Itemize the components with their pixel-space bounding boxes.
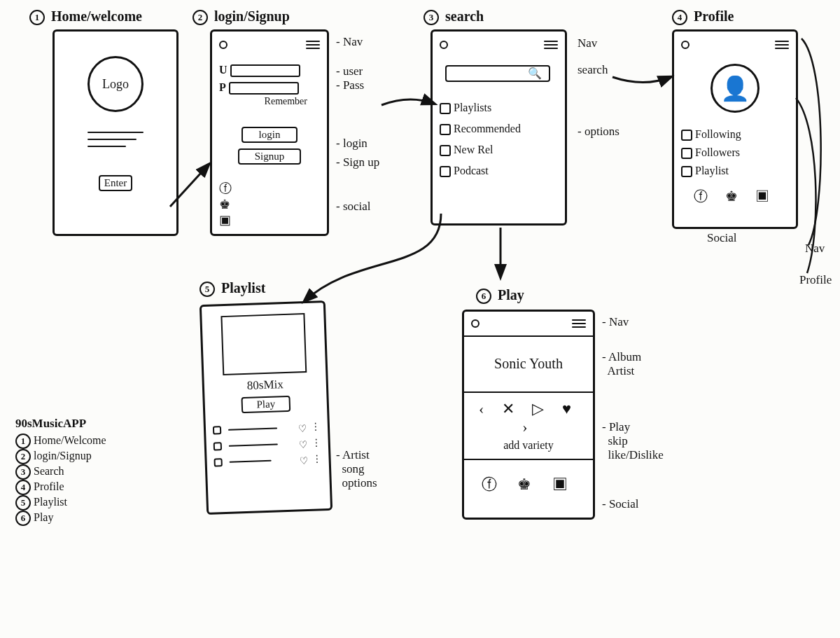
- signup-button[interactable]: Signup: [238, 148, 301, 165]
- ann-login: - login: [336, 137, 368, 151]
- ann-controls: - Play skip like/Dislike: [602, 420, 664, 462]
- profile-option[interactable]: Followers: [681, 144, 789, 162]
- heart-icon[interactable]: [299, 438, 307, 447]
- enter-button[interactable]: Enter: [99, 175, 132, 191]
- search-screen: 🔍 Playlists Recommended New Rel Podcast: [430, 29, 567, 226]
- legend-box: 90sMusicAPP 1Home/Welcome 2login/Signup …: [15, 417, 155, 526]
- login-button[interactable]: login: [241, 127, 298, 143]
- password-input[interactable]: [229, 82, 299, 95]
- ann-user: - user: [336, 64, 363, 78]
- legend-item: 4Profile: [15, 480, 155, 495]
- ann-social: - social: [336, 200, 371, 214]
- home-header: 1 Home/welcome: [29, 8, 142, 25]
- playlist-screen: 80sMix Play ⋮ ⋮ ⋮: [200, 300, 332, 515]
- search-input[interactable]: 🔍: [445, 65, 550, 82]
- ann-nav: Nav: [578, 36, 597, 50]
- legend-item: 3Search: [15, 464, 155, 480]
- ann-search: search: [578, 63, 608, 77]
- search-option[interactable]: Podcast: [440, 160, 558, 181]
- user-label: U: [219, 64, 227, 76]
- heart-icon[interactable]: [299, 455, 307, 463]
- ann-signup: - Sign up: [336, 155, 379, 169]
- profile-option[interactable]: Playlist: [681, 162, 789, 180]
- track-row[interactable]: ⋮: [214, 436, 321, 452]
- social-icons[interactable]: ⓕ ♚ ▣: [464, 460, 593, 495]
- legend-item: 1Home/Welcome: [15, 434, 155, 449]
- ann-nav: - Nav: [602, 315, 629, 329]
- profile-header: 4 Profile: [672, 8, 734, 25]
- pass-label: P: [219, 81, 226, 93]
- play-button[interactable]: Play: [241, 396, 290, 413]
- ann-playlist: - Artist song options: [336, 448, 377, 490]
- ann-pass: - Pass: [336, 78, 364, 92]
- avatar-icon: 👤: [710, 64, 760, 113]
- ann-social: - Social: [602, 497, 638, 511]
- ann-nav: Nav: [805, 242, 825, 256]
- login-header: 2 login/Signup: [192, 8, 290, 25]
- track-row[interactable]: ⋮: [214, 452, 321, 468]
- play-header: 6 Play: [476, 287, 524, 304]
- playlist-name: 80sMix: [211, 376, 320, 394]
- add-variety[interactable]: add variety: [471, 439, 586, 452]
- ann-social: Social: [707, 231, 737, 245]
- legend-title: 90sMusicAPP: [15, 417, 155, 431]
- play-screen: Sonic Youth ‹ ✕ ▷ ♥ › add variety ⓕ ♚ ▣: [462, 310, 595, 520]
- legend-item: 5Playlist: [15, 495, 155, 511]
- ann-album: - Album Artist: [602, 350, 641, 378]
- arrow-search-play: [483, 224, 518, 287]
- brand-dot-icon: [219, 41, 227, 49]
- brand-dot-icon: [440, 41, 448, 49]
- profile-screen: 👤 Following Followers Playlist ⓕ ♚ ▣: [672, 29, 798, 229]
- now-playing-artist: Sonic Youth: [464, 335, 593, 393]
- more-icon[interactable]: ⋮: [311, 420, 321, 432]
- social-icons[interactable]: ⓕ ♚ ▣: [681, 187, 789, 206]
- next-icon[interactable]: ›: [522, 418, 534, 436]
- search-option[interactable]: Recommended: [440, 118, 558, 139]
- more-icon[interactable]: ⋮: [312, 452, 322, 464]
- dislike-icon[interactable]: ✕: [502, 400, 522, 417]
- track-row[interactable]: ⋮: [213, 420, 321, 436]
- hamburger-icon[interactable]: [544, 39, 558, 51]
- logo-circle: Logo: [88, 56, 144, 112]
- login-screen: U P Remember login Signup ⓕ♚▣: [210, 29, 329, 236]
- like-icon[interactable]: ♥: [562, 400, 578, 417]
- username-input[interactable]: [230, 64, 300, 77]
- remember-label[interactable]: Remember: [219, 96, 307, 107]
- arrow-search-profile: [609, 67, 676, 95]
- prev-icon[interactable]: ‹: [479, 400, 491, 417]
- social-icons[interactable]: ⓕ♚▣: [219, 180, 320, 228]
- legend-item: 6Play: [15, 511, 155, 526]
- more-icon[interactable]: ⋮: [311, 436, 321, 448]
- transport-controls[interactable]: ‹ ✕ ▷ ♥ ›: [471, 400, 586, 436]
- play-icon[interactable]: ▷: [532, 400, 551, 417]
- search-icon: 🔍: [528, 67, 542, 79]
- search-header: 3 search: [424, 8, 484, 25]
- hamburger-icon[interactable]: [306, 39, 320, 51]
- profile-option[interactable]: Following: [681, 125, 789, 144]
- brand-dot-icon: [681, 41, 690, 49]
- legend-item: 2login/Signup: [15, 449, 155, 464]
- album-art: [220, 313, 307, 375]
- heart-icon[interactable]: [298, 422, 307, 431]
- ann-options: - options: [578, 125, 620, 139]
- ann-nav: - Nav: [336, 35, 363, 49]
- search-option[interactable]: Playlists: [440, 97, 558, 118]
- search-option[interactable]: New Rel: [440, 139, 558, 160]
- text-lines: [88, 132, 144, 147]
- brand-dot-icon: [471, 319, 479, 328]
- home-screen: Logo Enter: [52, 29, 178, 236]
- hamburger-icon[interactable]: [775, 39, 789, 51]
- playlist-header: 5 Playlist: [200, 280, 265, 297]
- ann-profile: Profile: [799, 273, 832, 287]
- hamburger-icon[interactable]: [572, 317, 586, 330]
